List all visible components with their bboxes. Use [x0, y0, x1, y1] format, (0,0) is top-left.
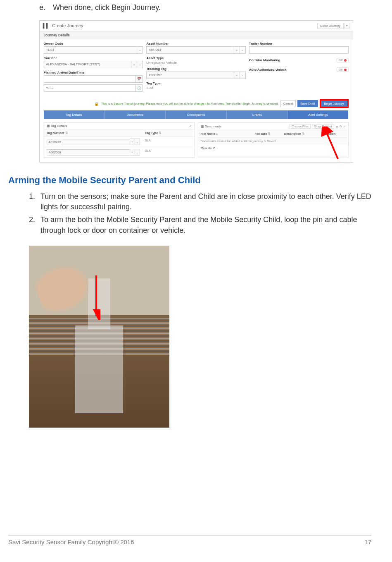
tracking-tag-label: Tracking Tag [146, 67, 246, 71]
cloud-icon[interactable]: ☁ [335, 125, 338, 128]
asset-type-value: Unregistered Vehicle [146, 61, 246, 65]
secure-transit-notice: This is a Secure Transit journey. Please… [101, 102, 279, 105]
clear-journey-button[interactable]: Clear Journey [317, 23, 344, 29]
tag-type-cell: SLA [143, 147, 194, 157]
begin-journey-button[interactable]: Begin Journey [320, 99, 349, 108]
col-tag-type: Tag Type ⇅ [143, 129, 194, 136]
journey-details-header: Journey Details [40, 31, 353, 39]
cancel-button[interactable]: Cancel [280, 100, 296, 107]
refresh-icon[interactable]: ⟳ [340, 125, 342, 128]
col-tag-number: Tag Number ⇅ [44, 129, 143, 136]
chevron-down-icon[interactable]: ⌄ [137, 46, 143, 54]
clear-icon[interactable]: × [130, 139, 135, 145]
device-photo [29, 246, 169, 428]
grid-icon: ▦ [201, 124, 205, 128]
auto-unlock-toggle[interactable]: Off [337, 67, 348, 72]
documents-panel-title: Documents [205, 124, 221, 128]
asset-number-input[interactable]: 456-DEF [146, 46, 234, 54]
chevron-down-icon[interactable]: ⌄ [135, 149, 140, 155]
clear-icon[interactable]: × [130, 149, 135, 155]
corridor-label: Corridor [44, 56, 143, 60]
trailer-number-label: Trailer Number [249, 42, 349, 45]
clear-icon[interactable]: × [131, 61, 137, 68]
table-row: A010220 × ⌄ SLA [44, 137, 194, 147]
section-heading: Arming the Mobile Security Parent and Ch… [8, 175, 371, 186]
lock-icon: 🔒 [94, 102, 99, 106]
tag-panel-title: Tag Details [51, 124, 67, 128]
tab-tag-details[interactable]: Tag Details [44, 110, 105, 119]
status-dot-icon [344, 69, 347, 71]
step-text: To arm the both the Mobile Security Pare… [40, 215, 371, 235]
chevron-down-icon[interactable]: ⌄ [137, 61, 143, 68]
tag-type-label: Tag Type [146, 81, 246, 85]
documents-results-count: Results: 0 [198, 145, 348, 152]
status-dot-icon [344, 59, 347, 62]
tag-number-input[interactable]: A010220 [47, 139, 130, 145]
corridor-monitoring-label: Corridor Monitoring [249, 58, 280, 62]
clear-icon[interactable]: × [234, 46, 240, 54]
tag-type-value: SLM [146, 86, 246, 90]
show-deleted-button[interactable]: Show Deleted [312, 124, 334, 129]
corridor-select[interactable]: ALEXANDRIA - BALTIMORE (TEST) [44, 61, 132, 68]
planned-arrival-label: Planned Arrival Date/Time [44, 71, 143, 74]
tab-alert-settings[interactable]: Alert Settings [287, 110, 349, 119]
toggle-state-text: Off [339, 68, 342, 71]
trailer-number-input[interactable] [249, 46, 349, 54]
col-action: Action [323, 130, 348, 137]
expand-icon[interactable]: ⤢ [189, 124, 192, 128]
documents-empty-message: Documents cannot be added until the jour… [198, 138, 348, 145]
step-e-text: When done, click Begin Journey. [53, 3, 161, 12]
calendar-icon[interactable]: 📅 [136, 75, 143, 83]
planned-time-input[interactable] [44, 84, 136, 92]
col-description: Description ⇅ [282, 130, 323, 137]
documents-panel: ▦ Documents Choose Files Show Deleted ☁ … [198, 122, 349, 158]
asset-type-label: Asset Type [146, 56, 246, 60]
chevron-down-icon[interactable]: ⌄ [135, 139, 140, 145]
planned-date-input[interactable] [44, 75, 136, 83]
app-logo-icon: ▍▌ [43, 23, 50, 29]
owner-code-label: Owner Code [44, 42, 143, 45]
clear-icon[interactable]: × [234, 72, 240, 79]
table-row: A002569 × ⌄ SLA [44, 147, 194, 158]
clear-journey-caret[interactable]: ▾ [344, 23, 349, 29]
create-journey-screenshot: ▍▌ Create Journey Clear Journey ▾ Journe… [39, 20, 353, 163]
clock-icon[interactable]: 🕒 [136, 84, 143, 92]
chevron-down-icon[interactable]: ⌄ [240, 72, 246, 79]
save-draft-button[interactable]: Save Draft [297, 100, 318, 107]
toggle-state-text: Off [339, 59, 342, 62]
asset-number-label: Asset Number [146, 42, 246, 45]
footer-page-number: 17 [364, 538, 371, 545]
corridor-monitoring-toggle[interactable]: Off [337, 58, 348, 62]
grid-icon: ▦ [47, 124, 51, 128]
col-file-size: File Size ⇅ [252, 130, 281, 137]
auto-unlock-label: Auto Authorized Unlock [249, 68, 287, 72]
tab-grants[interactable]: Grants [226, 110, 287, 119]
step-marker: 1. [29, 191, 40, 212]
tag-number-input[interactable]: A002569 [47, 149, 130, 155]
chevron-down-icon[interactable]: ⌄ [240, 46, 246, 54]
step-e-marker: e. [39, 3, 51, 12]
choose-files-button[interactable]: Choose Files [290, 124, 311, 129]
tag-details-panel: ▦ Tag Details ⤢ Tag Number ⇅ Tag Type ⇅ … [44, 122, 195, 158]
step-text: Turn on the sensors; make sure the Paren… [40, 191, 371, 212]
tab-checkpoints[interactable]: Checkpoints [165, 110, 226, 119]
list-item: 1. Turn on the sensors; make sure the Pa… [29, 191, 371, 212]
app-title-text: Create Journey [52, 23, 83, 28]
expand-icon[interactable]: ⤢ [343, 125, 346, 128]
tracking-tag-select[interactable]: F000397 [146, 72, 234, 79]
owner-code-select[interactable]: TEST [44, 46, 138, 54]
tab-documents[interactable]: Documents [104, 110, 165, 119]
col-file-name: File Name ▴ [198, 130, 252, 137]
page-footer: Savi Security Sensor Family Copyright© 2… [8, 536, 371, 545]
step-e-line: e. When done, click Begin Journey. [39, 3, 371, 12]
list-item: 2. To arm the both the Mobile Security P… [29, 215, 371, 235]
down-arrow-icon [92, 275, 100, 320]
app-title: ▍▌ Create Journey [43, 23, 83, 29]
step-marker: 2. [29, 215, 40, 235]
tag-type-cell: SLA [143, 137, 194, 147]
footer-copyright: Savi Security Sensor Family Copyright© 2… [8, 538, 134, 545]
